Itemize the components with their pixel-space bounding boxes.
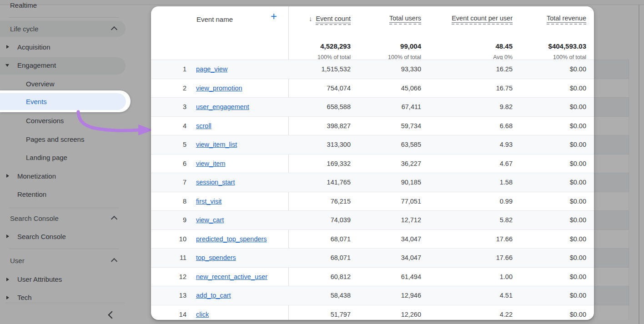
sidebar-section-user[interactable]: User [10, 257, 25, 264]
revenue-cell: $0.00 [513, 65, 586, 73]
collapse-sidebar-icon[interactable] [108, 311, 116, 319]
sidebar-item-conversions[interactable]: Conversions [26, 117, 64, 125]
dimmed-table-continuation [594, 60, 629, 320]
total-users-cell: 93,330 [348, 65, 421, 73]
chevron-up-icon[interactable] [111, 216, 117, 222]
total-revenue: $404,593.03 [513, 42, 586, 50]
row-index: 5 [169, 141, 186, 148]
row-index: 13 [169, 292, 186, 299]
expand-down-icon[interactable] [5, 64, 9, 67]
sidebar-item-retention[interactable]: Retention [17, 190, 46, 198]
expand-right-icon[interactable] [6, 234, 9, 238]
column-header-total-revenue[interactable]: Total revenue [486, 15, 586, 25]
table-row: 1 page_view 1,515,532 93,330 16.25 $0.00 [151, 60, 594, 79]
sidebar-item-monetization[interactable]: Monetization [17, 172, 56, 180]
table-row: 4 scroll 398,827 59,734 6.68 $0.00 [151, 116, 594, 135]
row-index: 4 [169, 122, 186, 130]
event-name-link[interactable]: scroll [196, 122, 211, 130]
event-name-link[interactable]: view_item_list [196, 141, 237, 148]
total-users: 99,004 [348, 42, 421, 50]
event-count-cell: 51,797 [278, 311, 351, 318]
sidebar-item-realtime[interactable]: Realtime [10, 1, 37, 9]
expand-right-icon[interactable] [6, 296, 9, 299]
sidebar-item-overview[interactable]: Overview [26, 80, 55, 88]
table-row: 14 click 51,797 12,260 4.22 $0.00 [151, 305, 594, 320]
event-name-link[interactable]: top_spenders [196, 254, 236, 261]
per-user-cell: 4.22 [440, 311, 513, 318]
table-row: 9 view_cart 74,039 12,712 5.82 $0.00 [151, 210, 594, 229]
sidebar-item-events[interactable]: Events [26, 98, 47, 105]
total-users-cell: 34,047 [348, 235, 421, 243]
row-index: 6 [169, 160, 186, 167]
total-users-cell: 67,411 [348, 103, 421, 110]
sidebar-item-acquisition[interactable]: Acquisition [17, 43, 50, 51]
event-name-link[interactable]: session_start [196, 179, 235, 186]
table-row: 3 user_engagement 658,588 67,411 9.82 $0… [151, 97, 594, 116]
event-count-cell: 68,071 [278, 235, 351, 243]
table-row: 11 top_spenders 68,071 34,047 17.66 $0.0… [151, 248, 594, 267]
event-count-cell: 60,812 [278, 273, 351, 280]
sidebar-item-pages-and-screens[interactable]: Pages and screens [26, 135, 84, 143]
row-index: 10 [169, 235, 186, 243]
event-name-link[interactable]: view_cart [196, 216, 224, 224]
per-user-cell: 17.66 [440, 254, 513, 261]
event-name-link[interactable]: view_item [196, 160, 225, 167]
event-name-link[interactable]: click [196, 311, 209, 318]
event-name-link[interactable]: page_view [196, 65, 227, 73]
sidebar-item-user-attributes[interactable]: User Attributes [17, 275, 62, 283]
column-header-total-users[interactable]: Total users [330, 15, 421, 25]
sidebar-item-events-pill[interactable] [0, 93, 126, 110]
revenue-cell: $0.00 [513, 103, 586, 110]
event-name-link[interactable]: view_promotion [196, 85, 242, 92]
table-row: 12 new_recent_active_user 60,812 61,494 … [151, 267, 594, 286]
events-table-card: Event name + ↓Event count Total users Ev… [151, 6, 594, 320]
sidebar-item-engagement[interactable]: Engagement [17, 61, 56, 69]
expand-right-icon[interactable] [6, 278, 9, 281]
sidebar-divider [9, 17, 119, 18]
event-name-link[interactable]: predicted_top_spenders [196, 235, 267, 243]
sidebar-section-life-cycle[interactable]: Life cycle [10, 25, 39, 33]
event-count-cell: 74,039 [278, 216, 351, 224]
event-name-link[interactable]: user_engagement [196, 103, 249, 110]
revenue-cell: $0.00 [513, 198, 586, 205]
row-index: 2 [169, 85, 186, 92]
chevron-up-icon[interactable] [111, 258, 117, 264]
total-users-cell: 90,185 [348, 179, 421, 186]
total-per-user: 48.45 [440, 42, 513, 50]
dimension-column-header[interactable]: Event name [196, 15, 233, 23]
event-name-link[interactable]: first_visit [196, 198, 221, 205]
event-name-link[interactable]: add_to_cart [196, 292, 231, 299]
sidebar-item-landing-page[interactable]: Landing page [26, 154, 67, 161]
sidebar-item-tech[interactable]: Tech [17, 294, 32, 301]
per-user-cell: 4.51 [440, 292, 513, 299]
per-user-cell: 0.99 [440, 198, 513, 205]
revenue-cell: $0.00 [513, 122, 586, 130]
event-count-cell: 398,827 [278, 122, 351, 130]
sidebar-divider [9, 208, 119, 208]
table-row: 8 first_visit 76,215 77,051 0.99 $0.00 [151, 192, 594, 211]
revenue-cell: $0.00 [513, 292, 586, 299]
per-user-cell: 16.75 [440, 85, 513, 92]
table-row: 2 view_promotion 754,074 45,066 16.75 $0… [151, 79, 594, 98]
sidebar-item-search-console[interactable]: Search Console [17, 233, 66, 240]
revenue-cell: $0.00 [513, 235, 586, 243]
total-users-cell: 12,712 [348, 216, 421, 224]
row-index: 11 [169, 254, 186, 261]
event-count-cell: 141,765 [278, 179, 351, 186]
event-name-link[interactable]: new_recent_active_user [196, 273, 267, 280]
table-row: 6 view_item 169,332 36,227 4.67 $0.00 [151, 154, 594, 173]
total-users-cell: 63,585 [348, 141, 421, 148]
revenue-cell: $0.00 [513, 311, 586, 318]
scrollbar-edge[interactable] [639, 5, 639, 324]
revenue-cell: $0.00 [513, 160, 586, 167]
per-user-cell: 9.82 [440, 103, 513, 110]
expand-right-icon[interactable] [6, 45, 9, 49]
table-row: 13 add_to_cart 58,438 12,946 4.51 $0.00 [151, 286, 594, 305]
expand-right-icon[interactable] [6, 174, 9, 178]
sort-descending-icon[interactable]: ↓ [309, 15, 312, 22]
sidebar-section-search-console[interactable]: Search Console [10, 214, 59, 222]
row-index: 3 [169, 103, 186, 110]
event-count-cell: 754,074 [278, 85, 351, 92]
event-count-cell: 58,438 [278, 292, 351, 299]
total-users-cell: 59,734 [348, 122, 421, 130]
